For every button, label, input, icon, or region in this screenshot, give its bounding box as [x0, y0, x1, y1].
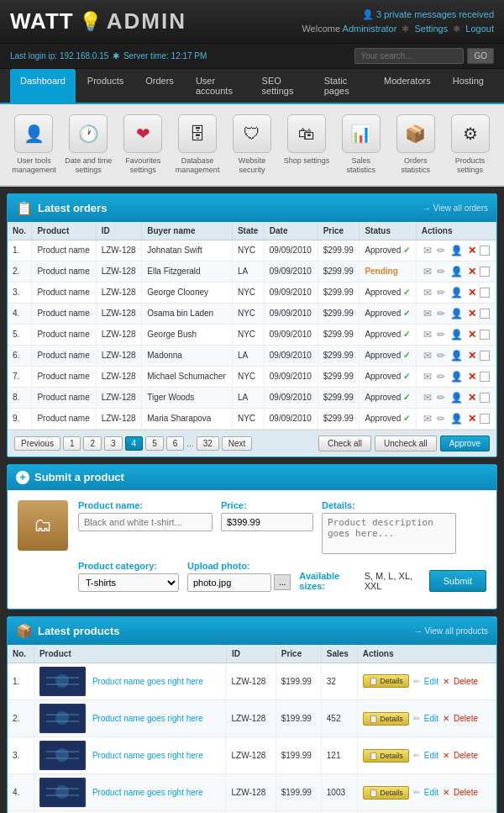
user-icon[interactable]: 👤	[449, 328, 465, 341]
user-icon[interactable]: 👤	[449, 370, 465, 383]
details-btn[interactable]: 📋 Details	[363, 786, 409, 800]
nav-products[interactable]: Products	[77, 69, 134, 103]
quick-icon-orders-stats[interactable]: 📦 Orders statistics	[391, 114, 439, 175]
orders-page-2[interactable]: 2	[83, 436, 102, 451]
view-all-products-link[interactable]: View all products	[414, 626, 488, 636]
email-icon[interactable]: ✉	[422, 412, 433, 425]
delete-link[interactable]: Delete	[454, 677, 478, 686]
row-checkbox[interactable]	[480, 288, 490, 298]
email-icon[interactable]: ✉	[422, 307, 433, 320]
orders-page-1[interactable]: 1	[63, 436, 81, 451]
settings-link[interactable]: Settings	[414, 24, 448, 34]
edit-icon[interactable]: ✏	[435, 370, 447, 383]
search-button[interactable]: GO	[467, 48, 494, 64]
delete-icon[interactable]: ✕	[466, 244, 478, 257]
product-name-link[interactable]: Product name goes right here	[92, 677, 203, 686]
quick-icon-user-tools[interactable]: 👤 User tools management	[10, 114, 58, 175]
edit-link[interactable]: Edit	[424, 714, 438, 723]
email-icon[interactable]: ✉	[422, 265, 433, 278]
user-icon[interactable]: 👤	[449, 349, 465, 362]
email-icon[interactable]: ✉	[422, 244, 433, 257]
delete-icon[interactable]: ✕	[466, 370, 478, 383]
quick-icon-favourites[interactable]: ❤ Favourites settings	[119, 114, 167, 175]
row-checkbox[interactable]	[480, 245, 490, 256]
row-checkbox[interactable]	[480, 393, 490, 403]
delete-icon[interactable]: ✕	[466, 391, 478, 404]
quick-icon-shop[interactable]: 🛍 Shop settings	[282, 114, 330, 175]
edit-icon[interactable]: ✏	[435, 328, 447, 341]
row-checkbox[interactable]	[480, 351, 490, 361]
submit-product-btn[interactable]: Submit	[429, 570, 486, 592]
delete-link[interactable]: Delete	[454, 751, 478, 760]
delete-icon[interactable]: ✕	[466, 265, 478, 278]
details-btn[interactable]: 📋 Details	[363, 712, 409, 726]
product-name-link[interactable]: Product name goes right here	[92, 714, 203, 723]
check-all-btn[interactable]: Check all	[318, 436, 371, 451]
orders-page-6[interactable]: 6	[166, 436, 185, 451]
quick-icon-datetime[interactable]: 🕐 Date and time settings	[65, 114, 113, 175]
product-name-input[interactable]	[78, 513, 213, 531]
edit-icon[interactable]: ✏	[435, 265, 447, 278]
details-btn[interactable]: 📋 Details	[363, 749, 409, 763]
row-checkbox[interactable]	[480, 414, 490, 424]
edit-link[interactable]: Edit	[424, 677, 438, 686]
product-name-link[interactable]: Product name goes right here	[92, 751, 203, 760]
row-checkbox[interactable]	[480, 372, 490, 382]
category-select[interactable]: T-shirts Hoodies Caps Shoes	[78, 573, 179, 592]
orders-page-32[interactable]: 32	[197, 436, 219, 451]
edit-icon[interactable]: ✏	[435, 307, 447, 320]
user-icon[interactable]: 👤	[449, 286, 465, 299]
nav-dashboard[interactable]: Dashboard	[10, 69, 76, 103]
delete-icon[interactable]: ✕	[466, 349, 478, 362]
edit-icon[interactable]: ✏	[435, 286, 447, 299]
product-name-link[interactable]: Product name goes right here	[92, 788, 203, 797]
email-icon[interactable]: ✉	[422, 349, 433, 362]
user-icon[interactable]: 👤	[449, 244, 465, 257]
browse-btn[interactable]: ...	[274, 574, 291, 590]
edit-link[interactable]: Edit	[424, 751, 438, 760]
quick-icon-security[interactable]: 🛡 Website security	[228, 114, 276, 175]
nav-orders[interactable]: Orders	[135, 69, 184, 103]
username-link[interactable]: Administrator	[343, 24, 397, 34]
email-icon[interactable]: ✉	[422, 370, 433, 383]
nav-seo-settings[interactable]: SEO settings	[252, 69, 312, 103]
uncheck-all-btn[interactable]: Uncheck all	[375, 436, 437, 451]
quick-icon-sales[interactable]: 📊 Sales statistics	[337, 114, 385, 175]
search-input[interactable]	[354, 48, 464, 64]
nav-user-accounts[interactable]: User accounts	[186, 69, 250, 103]
nav-static-pages[interactable]: Static pages	[314, 69, 372, 103]
orders-page-5[interactable]: 5	[145, 436, 164, 451]
price-input[interactable]	[221, 513, 313, 531]
view-all-orders-link[interactable]: View all orders	[423, 203, 488, 213]
file-name-input[interactable]	[187, 573, 271, 592]
orders-page-4[interactable]: 4	[125, 436, 144, 451]
email-icon[interactable]: ✉	[422, 391, 433, 404]
edit-icon[interactable]: ✏	[435, 412, 447, 425]
logout-link[interactable]: Logout	[465, 24, 494, 34]
user-icon[interactable]: 👤	[449, 307, 465, 320]
details-textarea[interactable]	[322, 513, 456, 554]
delete-icon[interactable]: ✕	[466, 412, 478, 425]
user-icon[interactable]: 👤	[449, 391, 465, 404]
edit-link[interactable]: Edit	[424, 788, 438, 797]
nav-moderators[interactable]: Moderators	[374, 69, 441, 103]
edit-icon[interactable]: ✏	[435, 244, 447, 257]
delete-icon[interactable]: ✕	[466, 307, 478, 320]
orders-prev-btn[interactable]: Previous	[14, 436, 60, 451]
edit-icon[interactable]: ✏	[435, 349, 447, 362]
row-checkbox[interactable]	[480, 309, 490, 319]
email-icon[interactable]: ✉	[422, 286, 433, 299]
orders-page-3[interactable]: 3	[104, 436, 123, 451]
quick-icon-database[interactable]: 🗄 Database management	[174, 114, 222, 175]
delete-icon[interactable]: ✕	[466, 286, 478, 299]
nav-hosting[interactable]: Hosting	[443, 69, 494, 103]
quick-icon-products-settings[interactable]: ⚙ Products settings	[446, 114, 494, 175]
row-checkbox[interactable]	[480, 267, 490, 277]
orders-next-btn[interactable]: Next	[222, 436, 253, 451]
approve-btn[interactable]: Approve	[440, 436, 490, 451]
row-checkbox[interactable]	[480, 330, 490, 340]
delete-link[interactable]: Delete	[454, 714, 478, 723]
email-icon[interactable]: ✉	[422, 328, 433, 341]
user-icon[interactable]: 👤	[449, 265, 465, 278]
delete-link[interactable]: Delete	[454, 788, 478, 797]
